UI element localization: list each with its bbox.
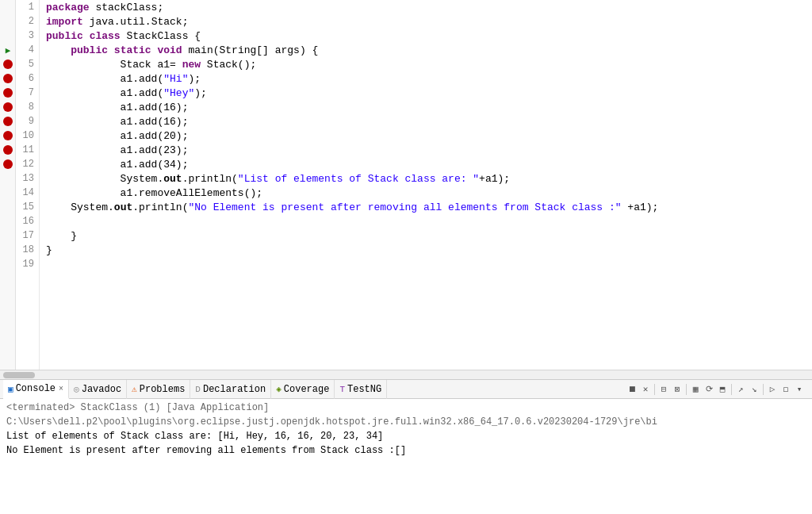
code-segment: );: [188, 73, 201, 85]
play-icon[interactable]: ▷: [766, 383, 779, 396]
code-row-5: Stack a1= new Stack();: [46, 57, 806, 71]
code-row-9: a1.add(16);: [46, 114, 806, 128]
line-number-15: 15: [16, 200, 34, 214]
remove-all-icon[interactable]: ⊟: [657, 383, 670, 396]
margin-cell-8: [0, 100, 16, 114]
line-number-4: 4: [16, 43, 34, 57]
margin-cell-18: [0, 243, 16, 257]
code-row-4: public static void main(String[] args) {: [46, 43, 806, 57]
breakpoint-icon[interactable]: [3, 117, 13, 126]
editor-body: ▶ 12345678910111213141516171819 package …: [0, 0, 812, 370]
console-tab-close[interactable]: ×: [59, 385, 63, 393]
breakpoint-icon[interactable]: [3, 131, 13, 140]
code-row-12: a1.add(34);: [46, 157, 806, 171]
editor-scrollbar[interactable]: [0, 370, 812, 379]
code-segment: Stack();: [201, 59, 256, 71]
line-number-12: 12: [16, 157, 34, 171]
open-here-icon[interactable]: ↘: [748, 383, 760, 396]
margin-cell-10: [0, 128, 16, 143]
tab-testng[interactable]: TTestNG: [335, 380, 387, 399]
line-number-18: 18: [16, 243, 34, 257]
line-number-5: 5: [16, 57, 34, 71]
console-tab-label: Console: [16, 383, 56, 394]
console-tabs-bar: ▣Console×◎Javadoc⚠ProblemsDDeclaration◈C…: [0, 380, 812, 399]
javadoc-tab-icon: ◎: [74, 384, 79, 394]
open-type-icon[interactable]: ↗: [734, 383, 747, 396]
code-row-2: import java.util.Stack;: [46, 14, 806, 29]
breakpoint-icon[interactable]: [3, 145, 13, 155]
refresh-icon[interactable]: ⟳: [703, 383, 715, 396]
code-row-10: a1.add(20);: [46, 128, 806, 143]
code-segment: static: [114, 44, 151, 56]
declaration-tab-icon: D: [195, 385, 201, 394]
coverage-tab-label: Coverage: [284, 384, 330, 395]
code-segment: main(String[] args) {: [189, 44, 319, 56]
code-row-16: [46, 214, 806, 228]
view-menu-icon2[interactable]: ◻: [779, 383, 792, 396]
code-segment: Stack a1=: [46, 59, 182, 71]
code-segment: [182, 44, 189, 56]
tab-console[interactable]: ▣Console×: [3, 380, 69, 399]
code-segment: a1.add(23);: [46, 144, 188, 156]
code-row-15: System.out.println("No Element is presen…: [46, 200, 806, 214]
margin-cell-7: [0, 86, 16, 100]
sep4: [763, 384, 764, 395]
declaration-tab-label: Declaration: [203, 384, 266, 395]
code-segment: [46, 44, 71, 56]
code-segment: }: [46, 244, 52, 256]
margin-cell-3: [0, 29, 16, 43]
line-number-2: 2: [16, 14, 34, 29]
line-number-3: 3: [16, 29, 34, 43]
code-segment: a1.add(34);: [46, 159, 188, 171]
collapse-all-icon[interactable]: ▦: [689, 383, 702, 396]
tab-declaration[interactable]: DDeclaration: [190, 380, 271, 399]
code-segment: out: [114, 201, 132, 213]
line-number-19: 19: [16, 257, 34, 271]
breakpoint-icon[interactable]: [3, 159, 13, 169]
margin-cell-17: [0, 228, 16, 243]
code-segment: new: [182, 59, 201, 71]
sep2: [686, 384, 687, 395]
scrollbar-thumb[interactable]: [3, 372, 35, 378]
code-row-13: System.out.println("List of elements of …: [46, 171, 806, 186]
line-number-7: 7: [16, 86, 34, 100]
pin-view-icon[interactable]: ⬒: [716, 383, 729, 396]
code-segment: [83, 30, 90, 42]
terminate-icon[interactable]: ✕: [639, 383, 652, 396]
code-segment: import: [46, 16, 83, 28]
margin-cell-11: [0, 143, 16, 157]
dropdown-icon[interactable]: ▾: [793, 383, 806, 396]
breakpoint-icon[interactable]: [3, 102, 13, 112]
tab-javadoc[interactable]: ◎Javadoc: [69, 380, 127, 399]
code-segment: [108, 44, 114, 56]
console-toolbar: ⏹✕⊟⊠▦⟳⬒↗↘▷◻▾: [626, 383, 809, 396]
code-row-7: a1.add("Hey");: [46, 86, 806, 100]
code-segment: a1.removeAllElements();: [46, 187, 262, 199]
code-segment: System.: [46, 173, 163, 185]
coverage-tab-icon: ◈: [276, 384, 282, 394]
line-number-8: 8: [16, 100, 34, 114]
margin-cell-4: ▶: [0, 43, 16, 57]
code-segment: java.util.Stack;: [83, 16, 189, 28]
breakpoint-icon[interactable]: [3, 88, 13, 98]
code-row-6: a1.add("Hi");: [46, 71, 806, 86]
console-output: <terminated> StackClass (1) [Java Applic…: [0, 399, 812, 514]
breakpoint-icon[interactable]: [3, 74, 13, 83]
tab-coverage[interactable]: ◈Coverage: [271, 380, 335, 399]
problems-tab-label: Problems: [140, 384, 186, 395]
tab-problems[interactable]: ⚠Problems: [127, 380, 190, 399]
code-segment: class: [90, 30, 121, 42]
sep3: [731, 384, 732, 395]
line-number-6: 6: [16, 71, 34, 86]
code-segment: package: [46, 2, 90, 13]
breakpoint-icon[interactable]: [3, 59, 13, 69]
stop-icon[interactable]: ⏹: [626, 383, 638, 396]
remove-icon[interactable]: ⊠: [671, 383, 684, 396]
code-segment: "Hi": [163, 73, 188, 85]
code-content[interactable]: package stackClass;import java.util.Stac…: [40, 0, 812, 370]
code-segment: .println(: [182, 173, 238, 185]
run-icon: ▶: [6, 45, 11, 56]
code-segment: "List of elements of Stack class are: ": [238, 173, 479, 185]
code-segment: "Hey": [163, 87, 194, 99]
console-output-line: List of elements of Stack class are: [Hi…: [6, 429, 806, 443]
